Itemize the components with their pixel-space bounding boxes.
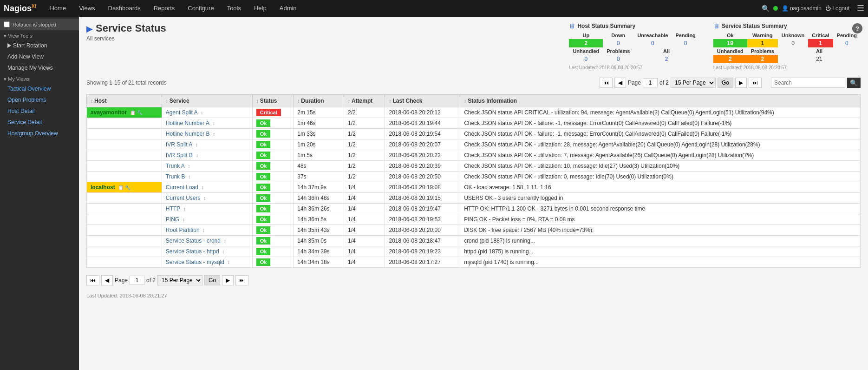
- bottom-page-input[interactable]: [130, 276, 144, 285]
- svc-unhandled-val[interactable]: 2: [713, 55, 747, 63]
- cell-service: IVR Split A ↕: [162, 139, 252, 150]
- start-rotation-item[interactable]: Start Rotation: [0, 40, 79, 51]
- cell-status-info: Check JSON status API OK - failure: -1, …: [460, 129, 861, 139]
- col-service[interactable]: ↕Service: [162, 95, 252, 107]
- rotation-checkbox[interactable]: [4, 21, 10, 27]
- help-button[interactable]: ?: [852, 23, 862, 33]
- nav-reports[interactable]: Reports: [147, 0, 182, 17]
- host-unhandled-val[interactable]: 0: [569, 55, 603, 63]
- host-link[interactable]: localhost: [91, 184, 115, 191]
- sidebar-add-view[interactable]: Add New View: [0, 51, 79, 62]
- sidebar-open-problems[interactable]: Open Problems: [0, 94, 79, 106]
- bottom-page-last-btn[interactable]: ⏭: [235, 275, 248, 285]
- svc-ok-count[interactable]: 19: [713, 39, 747, 47]
- go-btn[interactable]: Go: [718, 78, 733, 88]
- nav-home[interactable]: Home: [43, 0, 72, 17]
- search-button[interactable]: 🔍: [847, 78, 861, 88]
- bottom-page-prev-btn[interactable]: ◀: [101, 275, 113, 285]
- page-next-btn[interactable]: ▶: [735, 78, 747, 88]
- nav-admin[interactable]: Admin: [273, 0, 303, 17]
- cell-host: localhost 📋 🔧: [87, 182, 162, 193]
- cell-service: Service Status - mysqld ↕: [162, 257, 252, 268]
- nav-dashboards[interactable]: Dashboards: [102, 0, 147, 17]
- nav-help[interactable]: Help: [248, 0, 273, 17]
- cell-service: Trunk B ↕: [162, 172, 252, 182]
- page-title: Service Status: [96, 22, 166, 34]
- svc-pending-count[interactable]: 0: [833, 39, 861, 47]
- service-link[interactable]: Trunk B: [166, 173, 185, 180]
- svc-all-val[interactable]: 21: [778, 55, 861, 63]
- svc-problems-val[interactable]: 2: [747, 55, 778, 63]
- sidebar-manage-views[interactable]: Manage My Views: [0, 62, 79, 73]
- nav-views[interactable]: Views: [72, 0, 101, 17]
- cell-host: [87, 129, 162, 139]
- sidebar-hostgroup[interactable]: Hostgroup Overview: [0, 128, 79, 139]
- col-duration[interactable]: ↕Duration: [294, 95, 344, 107]
- col-last-check[interactable]: ↕Last Check: [385, 95, 460, 107]
- cell-duration: 48s: [294, 161, 344, 172]
- page-last-btn[interactable]: ⏭: [749, 78, 762, 88]
- service-link[interactable]: Agent Split A: [166, 109, 198, 116]
- sidebar-tactical[interactable]: Tactical Overview: [0, 83, 79, 94]
- col-status-info[interactable]: ↕Status Information: [460, 95, 861, 107]
- top-nav: NagiosXI Home Views Dashboards Reports C…: [0, 0, 868, 17]
- host-up-count[interactable]: 2: [569, 39, 603, 47]
- host-pending-count[interactable]: 0: [672, 39, 699, 47]
- hamburger-icon[interactable]: ☰: [857, 3, 864, 13]
- cell-duration: 1m 20s: [294, 139, 344, 150]
- cell-duration: 14h 36m 26s: [294, 204, 344, 214]
- cell-last-check: 2018-06-08 20:19:08: [385, 182, 460, 193]
- cell-status: Ok: [252, 193, 293, 204]
- cell-attempt: 1/2: [344, 150, 385, 161]
- host-problems-val[interactable]: 0: [603, 55, 633, 63]
- page-input[interactable]: [643, 78, 658, 87]
- service-link[interactable]: Hotline Number A: [166, 120, 209, 126]
- host-all-val[interactable]: 2: [633, 55, 699, 63]
- bottom-page-next-btn[interactable]: ▶: [222, 275, 234, 285]
- host-link[interactable]: avayamonitor: [91, 109, 127, 116]
- cell-status-info: HTTP OK: HTTP/1.1 200 OK - 3271 bytes in…: [460, 204, 861, 214]
- service-link[interactable]: Trunk A: [166, 163, 185, 169]
- search-input[interactable]: [771, 78, 845, 88]
- status-badge: Ok: [256, 141, 271, 148]
- sidebar-host-detail[interactable]: Host Detail: [0, 106, 79, 117]
- svc-unknown-count[interactable]: 0: [778, 39, 809, 47]
- nav-tools[interactable]: Tools: [221, 0, 248, 17]
- search-icon[interactable]: 🔍: [762, 5, 770, 12]
- service-link[interactable]: Current Load: [166, 184, 198, 191]
- page-prev-btn[interactable]: ◀: [614, 78, 626, 88]
- nav-configure[interactable]: Configure: [181, 0, 220, 17]
- table-row: avayamonitor 📋 🔧Agent Split A ↕Critical2…: [87, 107, 861, 118]
- page-first-btn[interactable]: ⏮: [600, 78, 613, 88]
- svc-warning-count[interactable]: 1: [747, 39, 778, 47]
- service-link[interactable]: PING: [166, 216, 179, 223]
- logout-btn[interactable]: ⏻ Logout: [825, 5, 849, 12]
- bottom-per-page-select[interactable]: 15 Per Page 25 Per Page 50 Per Page: [157, 275, 202, 285]
- service-link[interactable]: Service Status - crond: [166, 238, 221, 244]
- my-views-section[interactable]: ▾ My Views: [0, 73, 79, 83]
- service-link[interactable]: IVR Split B: [166, 152, 193, 159]
- host-unreachable-count[interactable]: 0: [633, 39, 672, 47]
- host-down-count[interactable]: 0: [603, 39, 633, 47]
- service-link[interactable]: IVR Split A: [166, 141, 192, 148]
- bottom-go-btn[interactable]: Go: [204, 275, 220, 285]
- bottom-page-first-btn[interactable]: ⏮: [86, 275, 99, 285]
- per-page-select[interactable]: 15 Per Page 25 Per Page 50 Per Page: [671, 78, 716, 88]
- svc-critical-count[interactable]: 1: [808, 39, 833, 47]
- service-link[interactable]: Service Status - httpd: [166, 248, 219, 255]
- service-link[interactable]: Current Users: [166, 195, 201, 201]
- cell-status-info: PING OK - Packet loss = 0%, RTA = 0.08 m…: [460, 214, 861, 225]
- service-link[interactable]: HTTP: [166, 205, 180, 212]
- user-label[interactable]: 👤 nagiosadmin: [782, 5, 822, 12]
- service-link[interactable]: Service Status - mysqld: [166, 259, 224, 265]
- cell-host: [87, 193, 162, 204]
- col-status[interactable]: ↕Status: [252, 95, 293, 107]
- col-attempt[interactable]: ↕Attempt: [344, 95, 385, 107]
- table-row: PING ↕Ok14h 36m 5s1/42018-06-08 20:19:53…: [87, 214, 861, 225]
- service-link[interactable]: Root Partition: [166, 227, 200, 233]
- col-host[interactable]: ↕Host: [87, 95, 162, 107]
- cell-service: Hotline Number A ↕: [162, 118, 252, 129]
- sidebar-service-detail[interactable]: Service Detail: [0, 117, 79, 128]
- service-link[interactable]: Hotline Number B: [166, 131, 210, 137]
- view-tools-section[interactable]: ▾ View Tools: [0, 30, 79, 40]
